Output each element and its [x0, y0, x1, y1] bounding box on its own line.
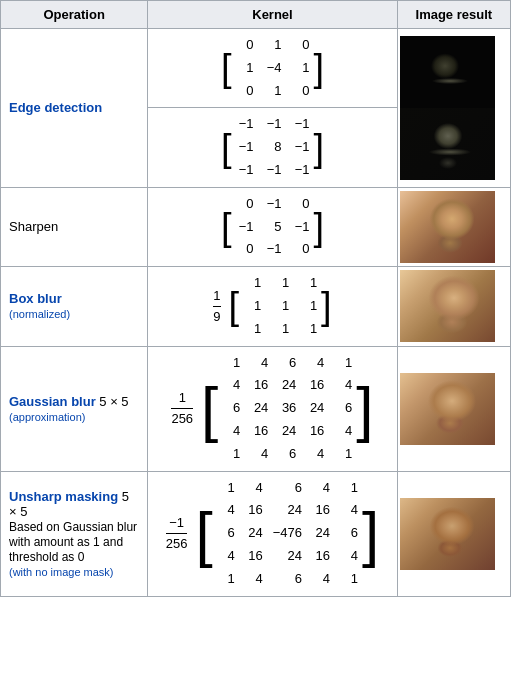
matrix-cell: 16 [312, 546, 330, 567]
op-desc3: threshold as 0 [9, 550, 84, 564]
operation-link[interactable]: Box blur [9, 291, 62, 306]
matrix-cell: 1 [222, 444, 240, 465]
matrix-cell: 5 [263, 217, 281, 238]
result-image [400, 270, 495, 342]
matrix-cell: 0 [291, 35, 309, 56]
matrix-cell: 8 [263, 137, 281, 158]
matrix-cell: 4 [306, 353, 324, 374]
result-image [400, 373, 495, 445]
matrix-cell: −1 [263, 194, 281, 215]
matrix-cell: −1 [235, 217, 253, 238]
col-header-operation: Operation [1, 1, 148, 29]
matrix-cell: 1 [217, 478, 235, 499]
matrix-cell: 4 [245, 478, 263, 499]
matrix-cell: 1 [243, 273, 261, 294]
matrix-cell: 4 [222, 421, 240, 442]
matrix-cell: 1 [235, 58, 253, 79]
operation-cell: Edge detection [1, 29, 148, 188]
matrix-cell: 1 [263, 81, 281, 102]
matrix-cell: 1 [291, 58, 309, 79]
matrix-cell: 6 [340, 523, 358, 544]
matrix-cell: 4 [217, 546, 235, 567]
operation-sub-link[interactable]: (with no image mask) [9, 566, 114, 578]
matrix-cell: −1 [291, 217, 309, 238]
result-image [400, 108, 495, 180]
table-row: Sharpen [0−10−15−10−10] [1, 187, 511, 266]
kernel-cell: 1 256 [146414162416462436246416241641464… [148, 346, 397, 471]
matrix-cell: 16 [306, 421, 324, 442]
matrix-cell: 6 [273, 569, 302, 590]
matrix-cell: −1 [263, 114, 281, 135]
convolution-table: Operation Kernel Image result Edge detec… [0, 0, 511, 597]
matrix-cell: 1 [299, 296, 317, 317]
matrix-cell: 16 [245, 500, 263, 521]
matrix-cell: −1 [263, 239, 281, 260]
matrix-cell: −1 [235, 160, 253, 181]
matrix-cell: 1 [334, 353, 352, 374]
matrix-cell: 0 [291, 239, 309, 260]
matrix-cell: 4 [222, 375, 240, 396]
matrix-cell: 16 [250, 375, 268, 396]
matrix-cell: 6 [278, 444, 296, 465]
matrix-cell: −1 [291, 114, 309, 135]
operation-sub-link[interactable]: (normalized) [9, 308, 70, 320]
operation-link[interactable]: Gaussian blur [9, 394, 96, 409]
matrix-cell: 1 [271, 273, 289, 294]
matrix-cell: 4 [306, 444, 324, 465]
matrix-cell: 1 [340, 569, 358, 590]
matrix-cell: 4 [250, 444, 268, 465]
kernel-cell: [−1−1−1−18−1−1−1−1] [148, 108, 397, 187]
matrix-cell: 0 [291, 81, 309, 102]
op-desc2: with amount as 1 and [9, 535, 123, 549]
matrix-cell: 0 [291, 194, 309, 215]
table-row: Box blur(normalized) 1 9 [111111111] [1, 267, 511, 346]
matrix-cell: 6 [217, 523, 235, 544]
result-image [400, 191, 495, 263]
table-row: Edge detection [0101−41010] [1, 29, 511, 108]
kernel-cell: −1 256 [1464141624164624−476246416241641… [148, 471, 397, 596]
matrix-cell: 1 [340, 478, 358, 499]
matrix-cell: 4 [340, 546, 358, 567]
result-cell [397, 346, 510, 471]
table-row: Gaussian blur 5 × 5(approximation) 1 256… [1, 346, 511, 471]
table-row: Unsharp masking 5 × 5Based on Gaussian b… [1, 471, 511, 596]
operation-sub-link[interactable]: (approximation) [9, 411, 85, 423]
kernel-cell: 1 9 [111111111] [148, 267, 397, 346]
operation-suffix: 5 × 5 [96, 394, 129, 409]
operation-cell: Sharpen [1, 187, 148, 266]
result-cell [397, 267, 510, 346]
matrix-cell: −1 [235, 114, 253, 135]
operation-label: Sharpen [9, 219, 58, 234]
matrix-cell: 1 [222, 353, 240, 374]
matrix-cell: 24 [273, 500, 302, 521]
kernel-cell: [0−10−15−10−10] [148, 187, 397, 266]
matrix-cell: 24 [273, 546, 302, 567]
kernel-cell: [0101−41010] [148, 29, 397, 108]
result-image [400, 36, 495, 108]
operation-link[interactable]: Unsharp masking [9, 489, 118, 504]
matrix-cell: 1 [271, 319, 289, 340]
matrix-cell: −476 [273, 523, 302, 544]
matrix-cell: −1 [291, 160, 309, 181]
matrix-cell: 24 [278, 421, 296, 442]
op-desc1: Based on Gaussian blur [9, 520, 137, 534]
operation-cell: Unsharp masking 5 × 5Based on Gaussian b… [1, 471, 148, 596]
operation-cell: Box blur(normalized) [1, 267, 148, 346]
matrix-cell: 24 [306, 398, 324, 419]
matrix-cell: 16 [306, 375, 324, 396]
matrix-cell: 0 [235, 239, 253, 260]
col-header-result: Image result [397, 1, 510, 29]
result-cell [397, 29, 510, 188]
matrix-cell: −1 [235, 137, 253, 158]
matrix-cell: 16 [250, 421, 268, 442]
matrix-cell: −1 [291, 137, 309, 158]
matrix-cell: 0 [235, 81, 253, 102]
matrix-cell: 4 [334, 375, 352, 396]
matrix-cell: 1 [263, 35, 281, 56]
matrix-cell: 4 [334, 421, 352, 442]
matrix-cell: 1 [217, 569, 235, 590]
operation-link[interactable]: Edge detection [9, 100, 102, 115]
matrix-cell: 4 [312, 569, 330, 590]
matrix-cell: 4 [245, 569, 263, 590]
matrix-cell: −4 [263, 58, 281, 79]
